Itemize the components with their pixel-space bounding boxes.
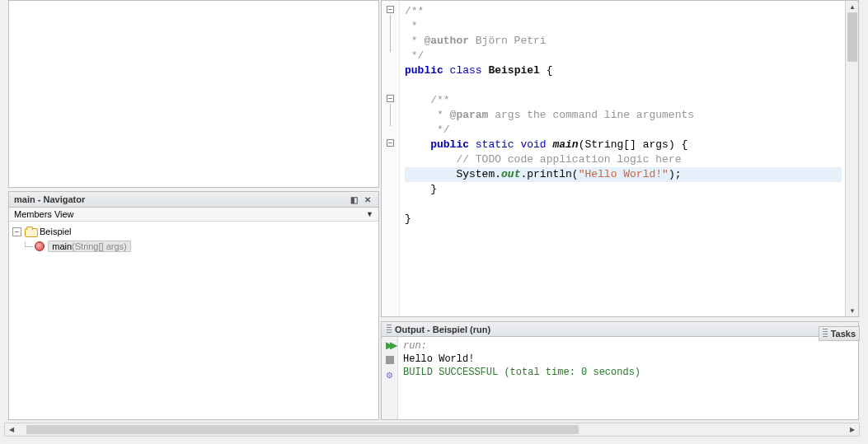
code-text: .println( (520, 168, 578, 180)
fold-toggle[interactable]: − (387, 139, 394, 147)
editor-scrollbar[interactable]: ▲ ▼ (845, 1, 858, 316)
code-text: "Hello World!" (579, 168, 669, 180)
grip-icon (823, 329, 828, 339)
collapse-icon[interactable]: − (12, 227, 21, 236)
code-text: * (405, 20, 418, 32)
tree-method-args: (String[] args) (72, 241, 127, 251)
console-line: Hello World! (403, 353, 853, 366)
code-text: main (552, 138, 578, 151)
navigator-header: main - Navigator ◧ ✕ (9, 192, 378, 208)
scroll-down-icon[interactable]: ▼ (846, 305, 859, 316)
tree-node-class[interactable]: − Beispiel (12, 224, 375, 239)
horizontal-scrollbar[interactable]: ◀ ▶ (4, 423, 860, 437)
output-toolbar: ▶▶ ⚙ (382, 337, 398, 419)
members-view-label: Members View (14, 209, 74, 219)
scroll-up-icon[interactable]: ▲ (846, 1, 859, 12)
stop-icon (386, 356, 394, 364)
code-text: public (405, 64, 443, 77)
tree-method-label: main (52, 241, 72, 251)
code-text: * (405, 35, 424, 47)
fold-gutter: − − − (382, 1, 400, 316)
tree-branch-icon: └─ (22, 241, 33, 252)
code-text: /** (405, 5, 424, 17)
gear-icon: ⚙ (386, 371, 393, 380)
code-text: /** (405, 94, 450, 106)
scroll-thumb[interactable] (26, 425, 579, 434)
code-text: { (540, 64, 553, 77)
scroll-thumb[interactable] (847, 12, 857, 62)
tree-class-label: Beispiel (40, 227, 72, 236)
code-text: public (405, 138, 469, 151)
tab-tasks[interactable]: Tasks (819, 326, 860, 341)
code-editor[interactable]: − − − /** * * @author Björn Petri */ pub… (381, 0, 859, 317)
fold-toggle[interactable]: − (387, 95, 394, 102)
code-text: ); (669, 168, 682, 180)
code-text: */ (405, 49, 424, 62)
code-text: */ (405, 124, 450, 136)
console-line: BUILD SUCCESSFUL (total time: 0 seconds) (403, 366, 853, 379)
members-view-dropdown[interactable]: Members View ▼ (9, 208, 378, 222)
code-text: @param (450, 109, 489, 121)
code-text: System. (405, 168, 501, 180)
code-text: Björn Petri (469, 35, 547, 47)
fold-line (390, 104, 391, 126)
code-text: Beispiel (488, 64, 539, 77)
tree-node-method[interactable]: └─ main(String[] args) (12, 239, 375, 254)
chevron-down-icon: ▼ (366, 210, 373, 218)
code-text: // TODO code application logic here (405, 153, 681, 166)
console-line: run: (403, 339, 853, 353)
output-header: Output - Beispiel (run) ▭ ✕ (382, 322, 858, 337)
scroll-right-icon[interactable]: ▶ (846, 423, 859, 436)
output-title: Output - Beispiel (run) (395, 325, 490, 334)
scroll-track[interactable] (18, 423, 846, 436)
code-text: out (501, 168, 520, 180)
fold-toggle[interactable]: − (387, 6, 394, 13)
code-text: class (443, 64, 489, 77)
code-text: * (405, 109, 450, 121)
code-text: void (520, 138, 552, 151)
code-text: } (405, 183, 437, 195)
code-text: } (405, 213, 411, 225)
code-text: static (469, 138, 520, 151)
settings-button[interactable]: ⚙ (384, 369, 396, 381)
close-icon[interactable]: ✕ (362, 194, 373, 205)
navigator-panel: main - Navigator ◧ ✕ Members View ▼ − Be… (8, 191, 379, 420)
navigator-tree: − Beispiel └─ main(String[] args) (9, 222, 378, 256)
code-text: args the command line arguments (488, 109, 694, 121)
scroll-left-icon[interactable]: ◀ (5, 423, 18, 436)
pin-icon[interactable]: ◧ (348, 194, 359, 205)
rerun-button[interactable]: ▶▶ (384, 339, 396, 351)
output-panel: Output - Beispiel (run) ▭ ✕ ▶▶ ⚙ run: He… (381, 321, 859, 420)
class-icon (25, 227, 36, 236)
tasks-label: Tasks (831, 329, 856, 339)
grip-icon[interactable] (387, 325, 392, 334)
navigator-title: main - Navigator (14, 194, 85, 204)
code-text: (String[] args) { (579, 138, 688, 151)
method-icon (35, 241, 45, 251)
projects-panel-empty (8, 0, 379, 188)
code-text: @author (424, 35, 469, 47)
play-icon: ▶▶ (386, 339, 394, 351)
fold-line (390, 15, 391, 52)
output-console[interactable]: run: Hello World! BUILD SUCCESSFUL (tota… (398, 337, 858, 419)
stop-button[interactable] (384, 354, 396, 366)
